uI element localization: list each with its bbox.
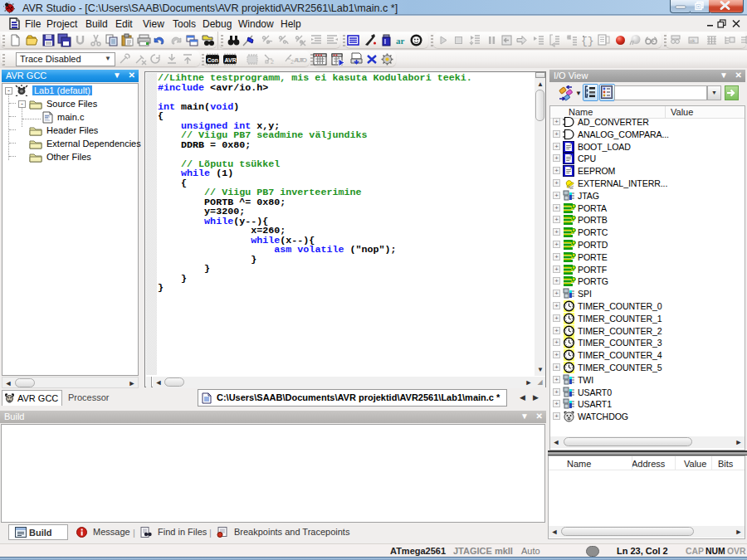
svg-text:2: 2: [271, 59, 274, 65]
svg-text:ar: ar: [396, 36, 405, 46]
svg-text:ok: ok: [690, 38, 696, 43]
svg-text:Con: Con: [208, 57, 219, 63]
svg-text:AVR: AVR: [225, 57, 237, 63]
svg-text:AUTO: AUTO: [294, 56, 307, 64]
